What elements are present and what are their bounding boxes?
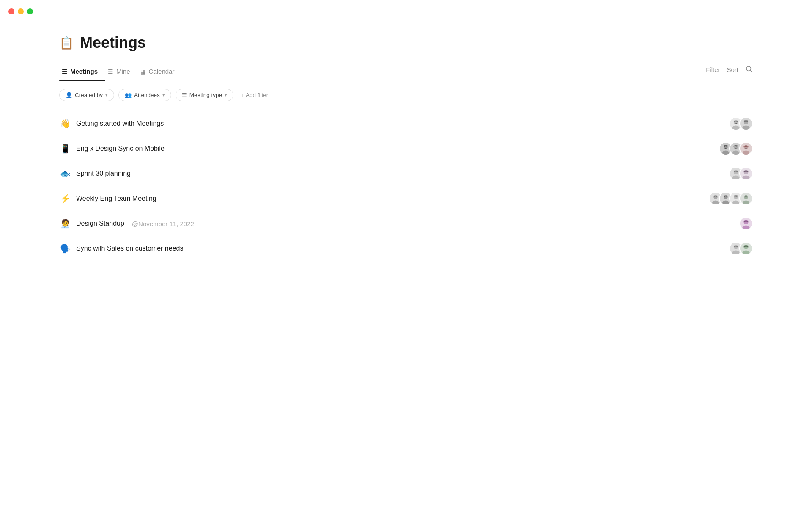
person-icon: 👤 — [66, 92, 72, 98]
meeting-title: Weekly Eng Team Meeting — [76, 195, 156, 202]
meeting-title: Getting started with Meetings — [76, 120, 164, 127]
svg-point-43 — [714, 196, 715, 197]
sort-action[interactable]: Sort — [727, 66, 738, 73]
svg-point-22 — [735, 146, 735, 147]
meeting-emoji: 🗣️ — [59, 243, 71, 254]
meeting-list: 👋 Getting started with Meetings — [59, 111, 753, 261]
svg-point-47 — [724, 195, 728, 199]
tab-mine-icon: ☰ — [108, 68, 113, 75]
filter-attendees[interactable]: 👥 Attendees ▾ — [118, 89, 171, 101]
meeting-title: Design Standup — [76, 220, 124, 227]
svg-point-44 — [716, 196, 717, 197]
maximize-button[interactable] — [27, 8, 33, 14]
people-icon: 👥 — [125, 92, 132, 98]
meeting-avatars — [709, 192, 753, 205]
avatar — [739, 242, 753, 255]
avatar — [739, 117, 753, 130]
tab-calendar-icon: ▦ — [140, 68, 146, 75]
meeting-emoji: 🐟 — [59, 168, 71, 179]
table-row[interactable]: 🧑‍💼 Design Standup @November 11, 2022 — [59, 211, 753, 236]
chevron-down-icon: ▾ — [105, 92, 108, 98]
tab-meetings-icon: ☰ — [62, 68, 67, 75]
tab-mine[interactable]: ☰ Mine — [105, 64, 138, 80]
meeting-avatars — [729, 117, 753, 130]
avatar — [739, 167, 753, 180]
tabs-right: Filter Sort — [706, 65, 753, 78]
list-icon: ☰ — [182, 92, 187, 98]
meeting-avatars — [719, 142, 753, 155]
svg-point-17 — [724, 146, 725, 147]
svg-point-50 — [726, 196, 727, 197]
add-filter-button[interactable]: + Add filter — [238, 90, 272, 100]
avatar — [739, 217, 753, 230]
meeting-avatars — [729, 167, 753, 180]
chevron-down-icon: ▾ — [162, 92, 165, 98]
meeting-avatars — [739, 217, 753, 230]
svg-rect-7 — [735, 121, 738, 122]
meeting-title: Sprint 30 planning — [76, 170, 131, 177]
table-row[interactable]: 👋 Getting started with Meetings — [59, 111, 753, 136]
svg-rect-72 — [735, 246, 738, 247]
meeting-left: 🧑‍💼 Design Standup @November 11, 2022 — [59, 218, 194, 229]
svg-point-68 — [734, 245, 738, 249]
chevron-down-icon: ▾ — [225, 92, 227, 98]
meeting-title: Eng x Design Sync on Mobile — [76, 145, 165, 152]
close-button[interactable] — [8, 8, 14, 14]
meeting-left: 👋 Getting started with Meetings — [59, 119, 164, 129]
meeting-emoji: 🧑‍💼 — [59, 218, 71, 229]
svg-rect-13 — [744, 120, 749, 122]
meeting-left: 🐟 Sprint 30 planning — [59, 168, 131, 179]
main-content: 📋 Meetings ☰ Meetings ☰ Mine ▦ Calendar … — [0, 0, 812, 278]
minimize-button[interactable] — [18, 8, 24, 14]
filter-meeting-type[interactable]: ☰ Meeting type ▾ — [176, 89, 233, 101]
tab-calendar[interactable]: ▦ Calendar — [138, 64, 182, 80]
meeting-emoji: ⚡ — [59, 193, 71, 204]
table-row[interactable]: 📱 Eng x Design Sync on Mobile — [59, 136, 753, 161]
svg-point-30 — [734, 170, 738, 174]
svg-line-1 — [750, 70, 752, 72]
meeting-emoji: 👋 — [59, 119, 71, 129]
svg-rect-45 — [714, 196, 717, 196]
table-row[interactable]: 🗣️ Sync with Sales on customer needs — [59, 236, 753, 261]
avatar — [739, 192, 753, 205]
page-icon: 📋 — [59, 36, 74, 50]
filter-created-by[interactable]: 👤 Created by ▾ — [59, 89, 114, 101]
search-action[interactable] — [745, 65, 753, 74]
filters-row: 👤 Created by ▾ 👥 Attendees ▾ ☰ Meeting t… — [59, 89, 753, 101]
svg-point-58 — [744, 195, 748, 199]
meeting-left: ⚡ Weekly Eng Team Meeting — [59, 193, 156, 204]
page-title: Meetings — [80, 34, 146, 52]
tab-meetings[interactable]: ☰ Meetings — [59, 64, 105, 80]
svg-point-60 — [745, 196, 746, 197]
svg-point-49 — [724, 196, 725, 197]
meeting-date: @November 11, 2022 — [132, 220, 194, 227]
window-controls — [8, 8, 33, 14]
meeting-emoji: 📱 — [59, 144, 71, 154]
svg-rect-56 — [734, 195, 738, 197]
tabs-left: ☰ Meetings ☰ Mine ▦ Calendar — [59, 64, 706, 80]
meeting-left: 📱 Eng x Design Sync on Mobile — [59, 144, 165, 154]
svg-point-18 — [726, 146, 727, 147]
table-row[interactable]: 🐟 Sprint 30 planning — [59, 161, 753, 186]
page-header: 📋 Meetings — [59, 34, 753, 52]
avatar — [739, 142, 753, 155]
meeting-avatars — [729, 242, 753, 255]
svg-point-23 — [736, 146, 737, 147]
meeting-left: 🗣️ Sync with Sales on customer needs — [59, 243, 183, 254]
svg-point-61 — [746, 196, 747, 197]
filter-action[interactable]: Filter — [706, 66, 720, 73]
table-row[interactable]: ⚡ Weekly Eng Team Meeting — [59, 186, 753, 211]
svg-rect-34 — [735, 171, 738, 172]
meeting-title: Sync with Sales on customer needs — [76, 245, 183, 252]
tabs-row: ☰ Meetings ☰ Mine ▦ Calendar Filter Sort — [59, 64, 753, 80]
